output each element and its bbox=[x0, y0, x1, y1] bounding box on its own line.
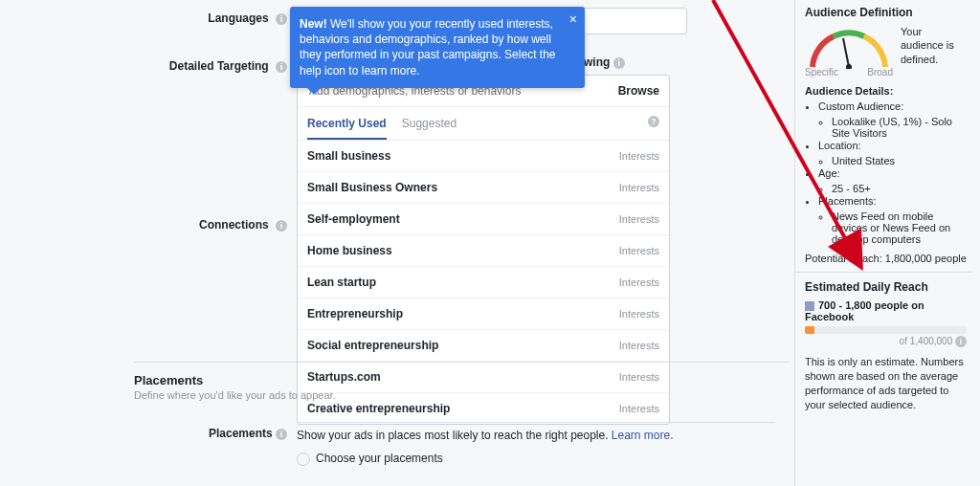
svg-line-0 bbox=[843, 38, 849, 67]
targeting-item[interactable]: EntrepreneurshipInterests bbox=[298, 298, 669, 330]
estimated-daily-reach-heading: Estimated Daily Reach bbox=[805, 280, 967, 294]
tab-suggested[interactable]: Suggested bbox=[402, 117, 457, 130]
choose-placements-radio[interactable]: Choose your placements bbox=[297, 452, 775, 466]
help-icon[interactable]: ? bbox=[648, 116, 659, 127]
connections-label: Connections i bbox=[134, 218, 287, 232]
audience-status: Your audience is defined. bbox=[901, 25, 967, 69]
info-icon[interactable]: i bbox=[276, 61, 287, 73]
targeting-item-type: Interests bbox=[619, 276, 659, 288]
targeting-item[interactable]: Self-employmentInterests bbox=[298, 204, 669, 235]
info-icon[interactable]: i bbox=[276, 429, 287, 440]
audience-definition-heading: Audience Definition bbox=[805, 6, 967, 19]
targeting-item-type: Interests bbox=[619, 182, 659, 193]
targeting-item-name: Home business bbox=[307, 244, 392, 257]
edr-of-total: of 1,400,000 i bbox=[805, 336, 967, 347]
browse-button[interactable]: Browse bbox=[618, 84, 659, 98]
languages-label: Languages i bbox=[134, 11, 287, 25]
placements-field-label: Placements i bbox=[134, 427, 287, 440]
facebook-icon bbox=[805, 301, 814, 311]
targeting-item-type: Interests bbox=[619, 403, 659, 414]
tab-recently-used[interactable]: Recently Used bbox=[307, 117, 387, 140]
section-divider bbox=[134, 362, 790, 363]
targeting-item-name: Creative entrepreneurship bbox=[307, 402, 450, 415]
targeting-item[interactable]: Home businessInterests bbox=[298, 235, 669, 267]
targeting-item-type: Interests bbox=[619, 150, 659, 162]
recently-used-tooltip: New! We'll show you your recently used i… bbox=[290, 7, 585, 88]
edr-bar bbox=[805, 326, 967, 334]
targeting-item[interactable]: Small Business OwnersInterests bbox=[298, 172, 669, 204]
targeting-item-name: Small Business Owners bbox=[307, 181, 437, 194]
targeting-item-type: Interests bbox=[619, 213, 659, 225]
edr-disclaimer: This is only an estimate. Numbers shown … bbox=[805, 355, 967, 411]
audience-details-list: Custom Audience:Lookalike (US, 1%) - Sol… bbox=[805, 100, 967, 245]
audience-details-heading: Audience Details: bbox=[805, 85, 967, 97]
placements-heading: Placements bbox=[134, 373, 790, 387]
close-icon[interactable]: × bbox=[569, 12, 577, 26]
targeting-item[interactable]: Small businessInterests bbox=[298, 141, 669, 172]
targeting-item-name: Social entrepreneurship bbox=[307, 339, 438, 352]
info-icon[interactable]: i bbox=[276, 220, 287, 232]
targeting-item-type: Interests bbox=[619, 340, 659, 351]
audience-gauge bbox=[805, 25, 893, 69]
targeting-item-type: Interests bbox=[619, 308, 659, 320]
targeting-item-name: Self-employment bbox=[307, 212, 400, 226]
targeting-item-name: Small business bbox=[307, 149, 390, 163]
targeting-item-type: Interests bbox=[619, 245, 659, 256]
placements-subhead: Define where you'd like your ads to appe… bbox=[134, 389, 790, 401]
svg-point-1 bbox=[846, 64, 852, 69]
learn-more-link[interactable]: Learn more. bbox=[612, 429, 674, 442]
targeting-item-name: Lean startup bbox=[307, 276, 376, 289]
info-icon[interactable]: i bbox=[955, 336, 967, 347]
targeting-item[interactable]: Social entrepreneurshipInterests bbox=[298, 330, 669, 362]
detailed-targeting-label: Detailed Targeting i bbox=[134, 59, 287, 73]
potential-reach: Potential Reach: 1,800,000 people bbox=[805, 253, 967, 264]
placements-auto-desc: Show your ads in places most likely to r… bbox=[297, 429, 775, 442]
info-icon[interactable]: i bbox=[276, 13, 287, 25]
edr-range: 700 - 1,800 people on Facebook bbox=[805, 299, 967, 322]
targeting-item-name: Entrepreneurship bbox=[307, 307, 403, 320]
targeting-item[interactable]: Lean startupInterests bbox=[298, 267, 669, 298]
info-icon[interactable]: i bbox=[613, 57, 625, 69]
